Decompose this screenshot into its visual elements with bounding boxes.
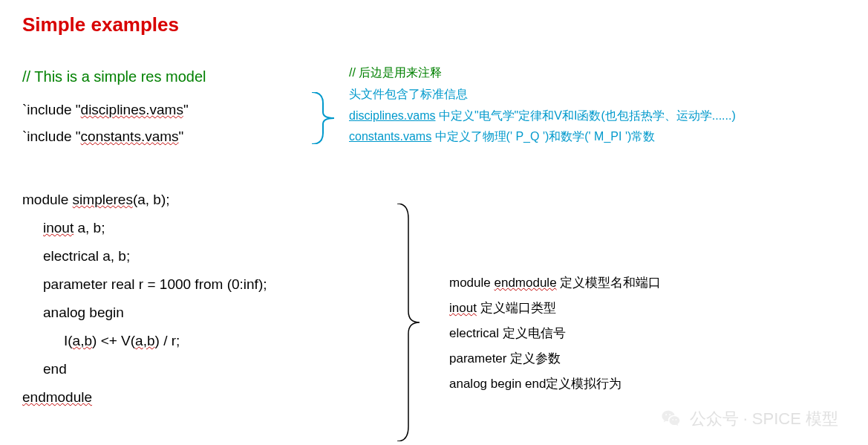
notes-block-1: // 后边是用来注释 头文件包含了标准信息 disciplines.vams 中… (349, 62, 736, 148)
note1-line1: // 后边是用来注释 (349, 62, 736, 84)
body-I: I( (64, 333, 73, 348)
inout-rest: a, b; (74, 220, 105, 236)
body-end: ) / r; (155, 333, 180, 348)
note1-line2: 头文件包含了标准信息 (349, 84, 736, 105)
note2-module: module (449, 276, 494, 290)
note1-line4: constants.vams 中定义了物理(' P_Q ')和数学(' M_PI… (349, 126, 736, 148)
module-line: module simpleres(a, b); (22, 186, 316, 214)
note1-disciplines: disciplines.vams (349, 109, 435, 122)
module-name: simpleres (73, 192, 133, 207)
note2-line5: analog begin end定义模拟行为 (449, 371, 661, 397)
wechat-icon (660, 408, 682, 430)
watermark: 公众号 · SPICE 模型 (660, 408, 838, 430)
endmodule-line: endmodule (22, 383, 316, 412)
note1-line3-rest: 中定义"电气学"定律和V和I函数(也包括热学、运动学......) (435, 109, 735, 122)
include-file-2: constants.vams (81, 129, 179, 144)
page-title: Simple examples (22, 13, 846, 36)
code-comment: // This is a simple res model (22, 62, 316, 91)
note2-line3: electrical 定义电信号 (449, 321, 661, 346)
module-block: module simpleres(a, b); inout a, b; elec… (22, 186, 316, 412)
code-column: // This is a simple res model `include "… (22, 62, 316, 412)
module-args: (a, b); (133, 192, 170, 207)
content-area: // This is a simple res model `include "… (22, 62, 846, 412)
include-block: `include "disciplines.vams" `include "co… (22, 97, 316, 150)
note1-line4-rest: 中定义了物理(' P_Q ')和数学(' M_PI ')常数 (431, 130, 655, 143)
note2-line4: parameter 定义参数 (449, 346, 661, 371)
electrical-line: electrical a, b; (22, 242, 316, 270)
note2-endmodule: endmodule (494, 276, 556, 290)
note2-line2: inout 定义端口类型 (449, 296, 661, 321)
analog-body-line: I(a,b) <+ V(a,b) / r; (22, 327, 316, 355)
include-line-1: `include "disciplines.vams" (22, 97, 316, 123)
include-file-1: disciplines.vams (81, 102, 183, 117)
include-suffix: " (179, 129, 184, 144)
note2-inout: inout (449, 301, 477, 315)
module-keyword: module (22, 192, 73, 207)
inout-keyword: inout (43, 220, 74, 236)
include-line-2: `include "constants.vams" (22, 123, 316, 150)
body-ab1: a,b (73, 333, 92, 348)
include-suffix: " (183, 102, 189, 117)
parameter-line: parameter real r = 1000 from (0:inf); (22, 270, 316, 299)
body-mid: ) <+ V( (92, 333, 135, 348)
inout-line: inout a, b; (22, 214, 316, 242)
body-ab2: a,b (135, 333, 154, 348)
note2-line1: module endmodule 定义模型名和端口 (449, 270, 661, 296)
note1-line3: disciplines.vams 中定义"电气学"定律和V和I函数(也包括热学、… (349, 105, 736, 127)
end-line: end (22, 355, 316, 383)
endmodule-keyword: endmodule (22, 389, 92, 405)
analog-begin-line: analog begin (22, 299, 316, 327)
watermark-text: 公众号 · SPICE 模型 (690, 408, 838, 430)
note1-constants: constants.vams (349, 130, 431, 143)
notes-block-2: module endmodule 定义模型名和端口 inout 定义端口类型 e… (449, 270, 661, 397)
include-prefix: `include " (22, 102, 81, 117)
include-prefix: `include " (22, 129, 81, 144)
note2-line2-rest: 定义端口类型 (477, 301, 556, 315)
note2-line1-rest: 定义模型名和端口 (557, 276, 662, 290)
bracket-icon-2 (394, 204, 423, 441)
bracket-icon-1 (308, 92, 338, 144)
